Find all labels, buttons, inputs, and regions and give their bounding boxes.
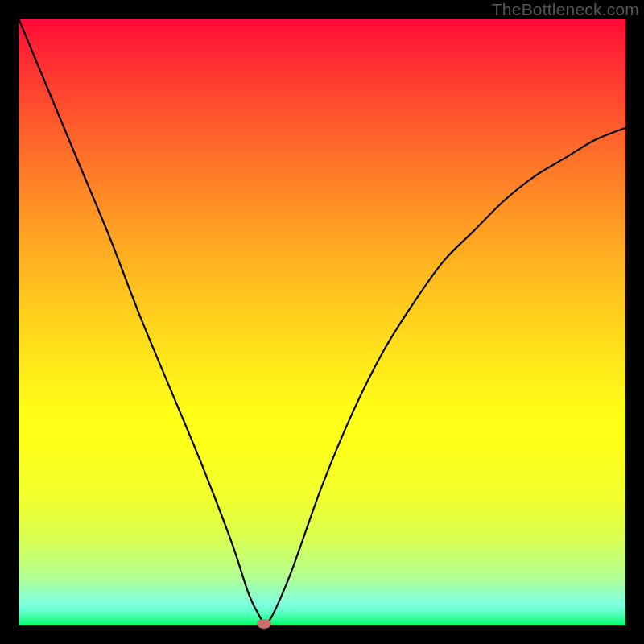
- watermark-text: TheBottleneck.com: [492, 0, 639, 19]
- optimum-marker: [257, 619, 271, 629]
- chart-plot-area: [19, 19, 625, 625]
